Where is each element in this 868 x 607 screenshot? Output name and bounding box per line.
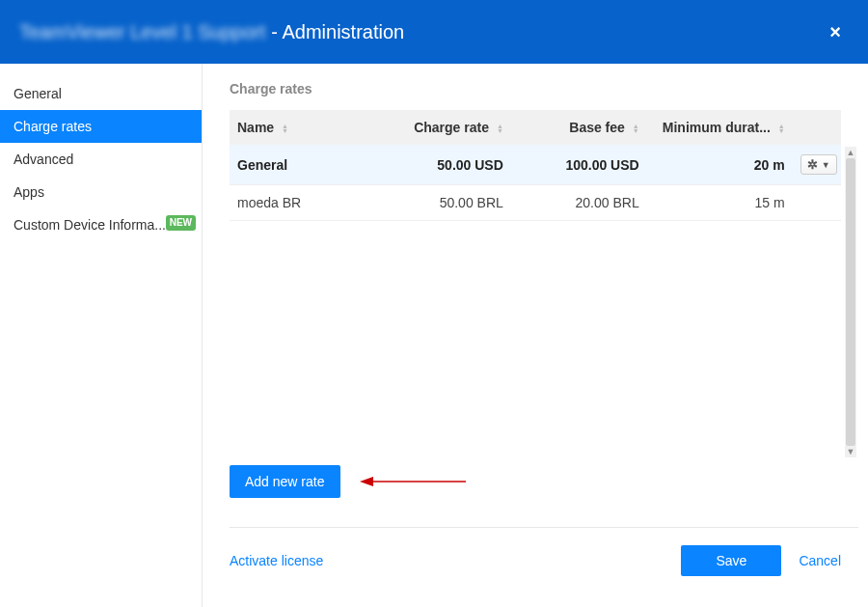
sidebar: General Charge rates Advanced Apps Custo… bbox=[0, 64, 203, 607]
footer: Activate license Save Cancel bbox=[230, 528, 858, 593]
sidebar-item-label: General bbox=[14, 86, 62, 101]
sidebar-item-label: Advanced bbox=[14, 152, 73, 167]
column-header-label: Minimum durat... bbox=[663, 120, 771, 135]
window-title-suffix: - Administration bbox=[271, 21, 404, 43]
svg-marker-1 bbox=[360, 477, 373, 486]
window-title-prefix: TeamViewer Level 1 Support bbox=[19, 21, 265, 43]
scroll-down-icon[interactable]: ▼ bbox=[845, 446, 856, 457]
cell-min-duration: 15 m bbox=[647, 185, 793, 221]
sidebar-item-advanced[interactable]: Advanced bbox=[0, 143, 202, 176]
column-header-base-fee[interactable]: Base fee bbox=[511, 110, 647, 145]
section-title: Charge rates bbox=[230, 81, 858, 97]
gear-icon: ✲ bbox=[807, 157, 818, 172]
sidebar-item-charge-rates[interactable]: Charge rates bbox=[0, 110, 202, 143]
cell-name: General bbox=[230, 145, 375, 185]
sort-icon bbox=[497, 124, 503, 133]
table-row[interactable]: General 50.00 USD 100.00 USD 20 m ✲ ▼ bbox=[230, 145, 841, 185]
sidebar-item-label: Custom Device Informa... bbox=[14, 217, 166, 233]
window-header: TeamViewer Level 1 Support - Administrat… bbox=[0, 0, 868, 64]
sidebar-item-general[interactable]: General bbox=[0, 77, 202, 110]
save-button[interactable]: Save bbox=[681, 545, 781, 576]
cell-base-fee: 20.00 BRL bbox=[511, 185, 647, 221]
new-badge: NEW bbox=[166, 215, 196, 231]
window-title: TeamViewer Level 1 Support - Administrat… bbox=[19, 21, 404, 43]
column-header-charge-rate[interactable]: Charge rate bbox=[375, 110, 511, 145]
activate-license-link[interactable]: Activate license bbox=[230, 553, 323, 568]
cell-min-duration: 20 m bbox=[647, 145, 793, 185]
close-icon[interactable]: × bbox=[822, 17, 849, 47]
sidebar-item-apps[interactable]: Apps bbox=[0, 176, 202, 208]
cell-name: moeda BR bbox=[230, 185, 375, 221]
column-header-label: Base fee bbox=[569, 120, 625, 135]
sidebar-item-custom-device-info[interactable]: Custom Device Informa... NEW bbox=[0, 208, 202, 241]
column-header-label: Name bbox=[237, 120, 274, 135]
arrow-annotation bbox=[360, 472, 466, 491]
main-panel: Charge rates Name Charge rate bbox=[203, 64, 868, 607]
column-header-min-duration[interactable]: Minimum durat... bbox=[647, 110, 793, 145]
column-header-name[interactable]: Name bbox=[230, 110, 375, 145]
chevron-down-icon: ▼ bbox=[822, 160, 830, 170]
sort-icon bbox=[778, 124, 785, 133]
cancel-link[interactable]: Cancel bbox=[799, 553, 841, 568]
add-new-rate-button[interactable]: Add new rate bbox=[230, 465, 340, 498]
row-actions-button[interactable]: ✲ ▼ bbox=[800, 154, 837, 175]
sidebar-item-label: Apps bbox=[14, 184, 44, 200]
sort-icon bbox=[282, 124, 288, 133]
column-header-label: Charge rate bbox=[414, 120, 489, 135]
sort-icon bbox=[633, 124, 639, 133]
sidebar-item-label: Charge rates bbox=[14, 119, 92, 134]
table-row[interactable]: moeda BR 50.00 BRL 20.00 BRL 15 m bbox=[230, 185, 841, 221]
vertical-scrollbar[interactable]: ▲ ▼ bbox=[845, 147, 856, 457]
cell-charge-rate: 50.00 BRL bbox=[375, 185, 511, 221]
cell-base-fee: 100.00 USD bbox=[511, 145, 647, 185]
scroll-thumb[interactable] bbox=[846, 158, 855, 446]
charge-rates-table: Name Charge rate Base fee Minimum d bbox=[230, 110, 841, 221]
scroll-up-icon[interactable]: ▲ bbox=[845, 147, 856, 158]
column-header-actions bbox=[793, 110, 841, 145]
cell-charge-rate: 50.00 USD bbox=[375, 145, 511, 185]
charge-rates-table-wrap: Name Charge rate Base fee Minimum d bbox=[230, 110, 858, 457]
